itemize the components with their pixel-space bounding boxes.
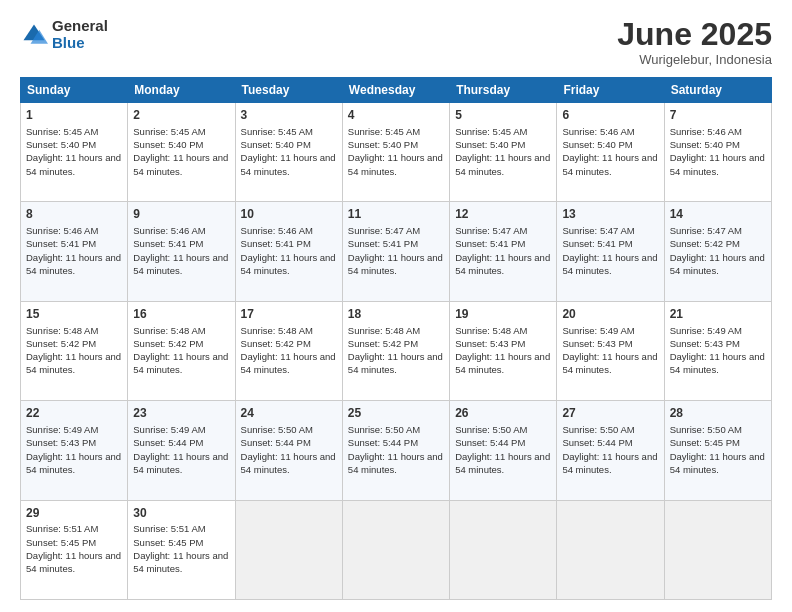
day-info: Sunrise: 5:50 AMSunset: 5:45 PMDaylight:… (670, 423, 766, 476)
calendar-cell: 16Sunrise: 5:48 AMSunset: 5:42 PMDayligh… (128, 301, 235, 400)
day-number: 1 (26, 107, 122, 124)
logo: General Blue (20, 18, 108, 51)
calendar-cell: 17Sunrise: 5:48 AMSunset: 5:42 PMDayligh… (235, 301, 342, 400)
calendar-week-row: 29Sunrise: 5:51 AMSunset: 5:45 PMDayligh… (21, 500, 772, 599)
day-number: 9 (133, 206, 229, 223)
title-location: Wurigelebur, Indonesia (617, 52, 772, 67)
day-number: 28 (670, 405, 766, 422)
day-number: 17 (241, 306, 337, 323)
calendar-cell: 6Sunrise: 5:46 AMSunset: 5:40 PMDaylight… (557, 103, 664, 202)
day-number: 15 (26, 306, 122, 323)
calendar-cell: 1Sunrise: 5:45 AMSunset: 5:40 PMDaylight… (21, 103, 128, 202)
day-number: 13 (562, 206, 658, 223)
day-number: 25 (348, 405, 444, 422)
calendar-cell: 7Sunrise: 5:46 AMSunset: 5:40 PMDaylight… (664, 103, 771, 202)
day-number: 19 (455, 306, 551, 323)
calendar-cell: 22Sunrise: 5:49 AMSunset: 5:43 PMDayligh… (21, 401, 128, 500)
calendar-cell: 12Sunrise: 5:47 AMSunset: 5:41 PMDayligh… (450, 202, 557, 301)
day-number: 7 (670, 107, 766, 124)
day-info: Sunrise: 5:46 AMSunset: 5:41 PMDaylight:… (26, 224, 122, 277)
calendar-cell (342, 500, 449, 599)
calendar-cell: 20Sunrise: 5:49 AMSunset: 5:43 PMDayligh… (557, 301, 664, 400)
day-info: Sunrise: 5:48 AMSunset: 5:42 PMDaylight:… (26, 324, 122, 377)
calendar-cell: 30Sunrise: 5:51 AMSunset: 5:45 PMDayligh… (128, 500, 235, 599)
day-info: Sunrise: 5:46 AMSunset: 5:41 PMDaylight:… (133, 224, 229, 277)
calendar-cell: 23Sunrise: 5:49 AMSunset: 5:44 PMDayligh… (128, 401, 235, 500)
day-number: 18 (348, 306, 444, 323)
day-number: 16 (133, 306, 229, 323)
calendar-cell: 26Sunrise: 5:50 AMSunset: 5:44 PMDayligh… (450, 401, 557, 500)
day-number: 3 (241, 107, 337, 124)
calendar-week-row: 8Sunrise: 5:46 AMSunset: 5:41 PMDaylight… (21, 202, 772, 301)
day-info: Sunrise: 5:50 AMSunset: 5:44 PMDaylight:… (562, 423, 658, 476)
calendar-cell: 29Sunrise: 5:51 AMSunset: 5:45 PMDayligh… (21, 500, 128, 599)
calendar-cell: 9Sunrise: 5:46 AMSunset: 5:41 PMDaylight… (128, 202, 235, 301)
day-number: 23 (133, 405, 229, 422)
calendar-cell: 11Sunrise: 5:47 AMSunset: 5:41 PMDayligh… (342, 202, 449, 301)
weekday-header: Sunday (21, 78, 128, 103)
day-number: 30 (133, 505, 229, 522)
weekday-header: Thursday (450, 78, 557, 103)
calendar-cell (450, 500, 557, 599)
day-number: 14 (670, 206, 766, 223)
day-number: 21 (670, 306, 766, 323)
day-info: Sunrise: 5:49 AMSunset: 5:43 PMDaylight:… (562, 324, 658, 377)
calendar-cell: 28Sunrise: 5:50 AMSunset: 5:45 PMDayligh… (664, 401, 771, 500)
day-info: Sunrise: 5:49 AMSunset: 5:43 PMDaylight:… (26, 423, 122, 476)
day-number: 12 (455, 206, 551, 223)
day-number: 29 (26, 505, 122, 522)
calendar-cell (235, 500, 342, 599)
day-info: Sunrise: 5:45 AMSunset: 5:40 PMDaylight:… (348, 125, 444, 178)
day-number: 5 (455, 107, 551, 124)
calendar-cell: 27Sunrise: 5:50 AMSunset: 5:44 PMDayligh… (557, 401, 664, 500)
title-month: June 2025 (617, 18, 772, 50)
day-info: Sunrise: 5:45 AMSunset: 5:40 PMDaylight:… (26, 125, 122, 178)
day-number: 22 (26, 405, 122, 422)
calendar-cell: 15Sunrise: 5:48 AMSunset: 5:42 PMDayligh… (21, 301, 128, 400)
day-number: 26 (455, 405, 551, 422)
calendar-cell: 19Sunrise: 5:48 AMSunset: 5:43 PMDayligh… (450, 301, 557, 400)
day-info: Sunrise: 5:50 AMSunset: 5:44 PMDaylight:… (348, 423, 444, 476)
day-info: Sunrise: 5:48 AMSunset: 5:42 PMDaylight:… (133, 324, 229, 377)
day-info: Sunrise: 5:51 AMSunset: 5:45 PMDaylight:… (26, 522, 122, 575)
weekday-header: Tuesday (235, 78, 342, 103)
calendar-cell: 5Sunrise: 5:45 AMSunset: 5:40 PMDaylight… (450, 103, 557, 202)
calendar-cell: 13Sunrise: 5:47 AMSunset: 5:41 PMDayligh… (557, 202, 664, 301)
calendar-cell: 14Sunrise: 5:47 AMSunset: 5:42 PMDayligh… (664, 202, 771, 301)
calendar-week-row: 15Sunrise: 5:48 AMSunset: 5:42 PMDayligh… (21, 301, 772, 400)
calendar-cell: 10Sunrise: 5:46 AMSunset: 5:41 PMDayligh… (235, 202, 342, 301)
day-info: Sunrise: 5:47 AMSunset: 5:41 PMDaylight:… (455, 224, 551, 277)
day-info: Sunrise: 5:50 AMSunset: 5:44 PMDaylight:… (455, 423, 551, 476)
logo-text: General Blue (52, 18, 108, 51)
day-info: Sunrise: 5:46 AMSunset: 5:40 PMDaylight:… (670, 125, 766, 178)
logo-blue-text: Blue (52, 35, 108, 52)
day-number: 11 (348, 206, 444, 223)
day-number: 10 (241, 206, 337, 223)
day-number: 4 (348, 107, 444, 124)
day-info: Sunrise: 5:45 AMSunset: 5:40 PMDaylight:… (241, 125, 337, 178)
day-number: 27 (562, 405, 658, 422)
day-info: Sunrise: 5:49 AMSunset: 5:44 PMDaylight:… (133, 423, 229, 476)
day-number: 20 (562, 306, 658, 323)
calendar-cell: 8Sunrise: 5:46 AMSunset: 5:41 PMDaylight… (21, 202, 128, 301)
day-info: Sunrise: 5:47 AMSunset: 5:41 PMDaylight:… (348, 224, 444, 277)
calendar-cell: 2Sunrise: 5:45 AMSunset: 5:40 PMDaylight… (128, 103, 235, 202)
day-info: Sunrise: 5:48 AMSunset: 5:42 PMDaylight:… (348, 324, 444, 377)
calendar-table: SundayMondayTuesdayWednesdayThursdayFrid… (20, 77, 772, 600)
day-info: Sunrise: 5:46 AMSunset: 5:41 PMDaylight:… (241, 224, 337, 277)
calendar-header-row: SundayMondayTuesdayWednesdayThursdayFrid… (21, 78, 772, 103)
logo-icon (20, 21, 48, 49)
calendar-cell: 25Sunrise: 5:50 AMSunset: 5:44 PMDayligh… (342, 401, 449, 500)
day-info: Sunrise: 5:48 AMSunset: 5:42 PMDaylight:… (241, 324, 337, 377)
calendar-cell: 24Sunrise: 5:50 AMSunset: 5:44 PMDayligh… (235, 401, 342, 500)
logo-general-text: General (52, 18, 108, 35)
day-number: 6 (562, 107, 658, 124)
day-info: Sunrise: 5:47 AMSunset: 5:41 PMDaylight:… (562, 224, 658, 277)
calendar-week-row: 1Sunrise: 5:45 AMSunset: 5:40 PMDaylight… (21, 103, 772, 202)
day-info: Sunrise: 5:50 AMSunset: 5:44 PMDaylight:… (241, 423, 337, 476)
calendar-cell (557, 500, 664, 599)
day-info: Sunrise: 5:47 AMSunset: 5:42 PMDaylight:… (670, 224, 766, 277)
day-info: Sunrise: 5:46 AMSunset: 5:40 PMDaylight:… (562, 125, 658, 178)
calendar-cell: 4Sunrise: 5:45 AMSunset: 5:40 PMDaylight… (342, 103, 449, 202)
day-number: 2 (133, 107, 229, 124)
